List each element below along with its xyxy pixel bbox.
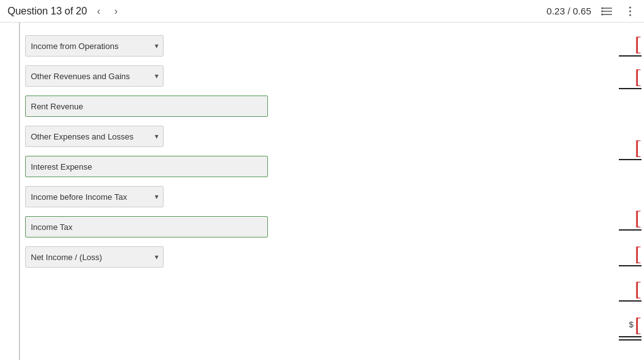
rent-revenue-input[interactable] [25,95,268,117]
form-row-8: Income from Operations Other Revenues an… [25,246,594,268]
form-row-1: Income from Operations Other Revenues an… [25,35,594,57]
question-title: Question 13 of 20 [8,6,87,17]
bracket-icon-5: [ [635,244,641,264]
prev-button[interactable]: ‹ [93,4,104,18]
form-row-3 [25,95,594,117]
underline-7a [619,336,641,337]
left-panel: Income from Operations Other Revenues an… [0,23,613,360]
form-row-7 [25,216,594,237]
bracket-icon-7: [ [635,315,641,335]
list-icon [601,5,614,18]
score-display: 0.23 / 0.65 [547,6,591,16]
bracket-icon-2: [ [635,67,641,87]
dollar-sign: $ [629,320,633,329]
form-row-5 [25,156,594,177]
select-wrapper-1: Income from Operations Other Revenues an… [25,35,164,57]
indicator-1: [ [619,34,641,57]
header-left: Question 13 of 20 ‹ › [8,4,121,18]
underline-6 [619,300,641,302]
underline-2 [619,88,641,89]
svg-point-7 [630,10,631,12]
indicator-2: [ [619,67,641,89]
income-before-tax-select[interactable]: Income from Operations Other Revenues an… [25,186,164,207]
underline-4 [619,229,641,231]
select-wrapper-4: Income from Operations Other Revenues an… [25,126,164,147]
form-row-6: Income from Operations Other Revenues an… [25,186,594,207]
bracket-icon-4: [ [635,208,641,228]
indicator-6: [ [619,279,641,302]
svg-point-5 [601,13,603,15]
list-icon-button[interactable] [601,5,614,18]
bracket-icon-1: [ [635,34,641,54]
main-content: Income from Operations Other Revenues an… [0,23,644,360]
income-tax-input[interactable] [25,216,268,237]
other-revenues-gains-select[interactable]: Income from Operations Other Revenues an… [25,65,164,87]
underline-5 [619,265,641,266]
income-from-operations-select[interactable]: Income from Operations Other Revenues an… [25,35,164,57]
indicator-3: [ [619,138,641,160]
select-wrapper-8: Income from Operations Other Revenues an… [25,246,164,268]
form-row-2: Income from Operations Other Revenues an… [25,65,594,87]
header: Question 13 of 20 ‹ › 0.23 / 0.65 [0,0,644,23]
right-indicators: [ [ [ [ [ [613,23,644,360]
other-expenses-losses-select[interactable]: Income from Operations Other Revenues an… [25,126,164,147]
underline-7b [619,339,641,341]
bracket-icon-6: [ [635,279,641,299]
select-wrapper-2: Income from Operations Other Revenues an… [25,65,164,87]
interest-expense-input[interactable] [25,156,268,177]
form-row-4: Income from Operations Other Revenues an… [25,126,594,147]
svg-point-6 [630,6,631,8]
more-options-icon [624,5,636,18]
net-income-loss-select[interactable]: Income from Operations Other Revenues an… [25,246,164,268]
right-panel: [ [ [ [ [ [613,23,644,360]
svg-point-3 [601,7,603,9]
svg-point-4 [601,10,603,12]
next-button[interactable]: › [111,4,121,18]
underline-1 [619,55,641,57]
select-wrapper-6: Income from Operations Other Revenues an… [25,186,164,207]
more-options-button[interactable] [624,5,636,18]
indicator-7: $ [ [619,315,641,341]
underline-3 [619,159,641,160]
header-right: 0.23 / 0.65 [547,5,636,18]
svg-point-8 [630,14,631,16]
indicator-5: [ [619,244,641,266]
bracket-icon-3: [ [635,138,641,158]
indicator-4: [ [619,208,641,231]
